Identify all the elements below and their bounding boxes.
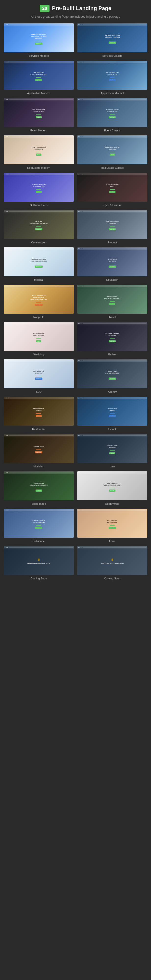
grid-item-nonprofit[interactable]: HELP CHILDREN TOHAVE POSITIVEIMPACT ON T…	[4, 285, 74, 318]
thumb-restaurant: REALLY FRESH& TASTY Reserve	[4, 397, 74, 426]
thumb-inner-ebook: WEB DESIGNTRENDS Download	[77, 397, 147, 426]
grid-item-app-minimal[interactable]: WE PRESENT THEAPPLICATION Get Now Applic…	[77, 60, 147, 95]
grid-item-realestate-classic[interactable]: FIND YOUR DREAMHOME NOW Search RealEstat…	[77, 135, 147, 169]
thumb-inner-gym: BUILD A STRONGBODY Join Now	[77, 173, 147, 202]
thumb-soon-image: OUR WEBSITEWILL LAUNCHING SOON Notify Me	[4, 471, 74, 500]
item-label-event-modern: Event Modern	[30, 129, 47, 132]
badge-row: 28 Pre-Built Landing Page	[40, 5, 111, 12]
thumb-services-modern: CREATIVE SERVICESDEDICATED TO YOURSUCCES…	[4, 23, 74, 52]
grid-item-wedding[interactable]: MARK SMITH &VERA DUNCAN RSVP Wedding	[4, 322, 74, 356]
thumb-inner-education: STUDY WITHEXPERTS Enroll Now	[77, 247, 147, 276]
thumb-inner-soon-white: OUR WEBSITEWILL LAUNCHING SOON Notify Me	[77, 471, 147, 500]
thumb-software-saas: CROWN IS AWESOMESOFTWARE APP Try Free	[4, 173, 74, 202]
thumb-inner-app-modern: THE APP DOESEVERYTHING FOR YOU App Store	[4, 60, 74, 90]
item-label-gym: Gym & Fitness	[104, 204, 121, 207]
item-label-services-modern: Services Modern	[29, 54, 49, 57]
item-label-travel: Travel	[109, 316, 116, 318]
grid-item-realestate-modern[interactable]: FIND YOUR DREAMHOME NOW Search RealEstat…	[4, 135, 74, 169]
thumb-medical: MEDICAL SERVICESTHAT YOU CAN TRUST Appoi…	[4, 247, 74, 276]
item-label-ebook: E-book	[108, 428, 117, 431]
grid-item-coming-soon-2[interactable]: ♛ NEW TEMPLATE COMING SOON Coming Soon	[77, 546, 147, 580]
thumb-education: STUDY WITHEXPERTS Enroll Now	[77, 247, 147, 276]
thumb-seo: SEO & DIGITALSTRATEGY Get Started	[4, 360, 74, 388]
thumb-event-classic: THE BEST EVENTIN ONE PLACE Get Ticket	[77, 98, 147, 127]
grid-item-education[interactable]: STUDY WITHEXPERTS Enroll Now Education	[77, 247, 147, 281]
items-grid: CREATIVE SERVICESDEDICATED TO YOURSUCCES…	[4, 23, 147, 580]
thumb-law: EXPERT LEGALADVISER Consult	[77, 434, 147, 463]
grid-item-travel[interactable]: WITH CROWNTHE WORLD IS YOURS Explore Tra…	[77, 285, 147, 318]
item-label-seo: SEO	[36, 390, 41, 393]
item-label-soon-image: Soon Image	[31, 502, 46, 505]
grid-item-seo[interactable]: SEO & DIGITALSTRATEGY Get Started SEO	[4, 360, 74, 393]
thumb-inner-law: EXPERT LEGALADVISER Consult	[77, 434, 147, 463]
item-label-education: Education	[106, 278, 118, 281]
thumb-inner-realestate-classic: FIND YOUR DREAMHOME NOW Search	[77, 135, 147, 164]
thumb-barber: WE MAKE AMAZINGHAIRCUTS Book Now	[77, 322, 147, 351]
badge-number: 28	[40, 5, 50, 12]
thumb-inner-services-modern: CREATIVE SERVICESDEDICATED TO YOURSUCCES…	[4, 23, 74, 52]
thumb-app-modern: THE APP DOESEVERYTHING FOR YOU App Store	[4, 60, 74, 90]
thumb-inner-travel: WITH CROWNTHE WORLD IS YOURS Explore	[77, 285, 147, 313]
thumb-inner-restaurant: REALLY FRESH& TASTY Reserve	[4, 397, 74, 426]
grid-item-event-classic[interactable]: THE BEST EVENTIN ONE PLACE Get Ticket Ev…	[77, 98, 147, 132]
grid-item-services-modern[interactable]: CREATIVE SERVICESDEDICATED TO YOURSUCCES…	[4, 23, 74, 57]
grid-item-construction[interactable]: WE BUILDEVERYTHING YOU WANT Contact Us C…	[4, 210, 74, 244]
thumb-inner-coming-soon-1: ♛ NEW TEMPLATE COMING SOON	[4, 546, 74, 575]
thumb-inner-app-minimal: WE PRESENT THEAPPLICATION Get Now	[77, 60, 147, 90]
thumb-event-modern: THE BEST EVENTIN ONE PLACE Register	[4, 98, 74, 127]
thumb-nonprofit: HELP CHILDREN TOHAVE POSITIVEIMPACT ON T…	[4, 285, 74, 313]
item-label-restaurant: Restaurant	[32, 428, 46, 431]
item-label-product: Product	[108, 241, 117, 244]
grid-item-barber[interactable]: WE MAKE AMAZINGHAIRCUTS Book Now Barber	[77, 322, 147, 356]
grid-item-restaurant[interactable]: REALLY FRESH& TASTY Reserve Restaurant	[4, 397, 74, 431]
item-label-realestate-classic: RealEstate Classic	[101, 166, 124, 169]
grid-item-agency[interactable]: GROW YOURDIGITAL BUSINESS Get Started Ag…	[77, 360, 147, 393]
thumb-inner-form: GET A WATERBOTTLE FREE Order Now	[77, 509, 147, 538]
thumb-inner-realestate-modern: FIND YOUR DREAMHOME NOW Search	[4, 135, 74, 164]
item-label-musician: Musician	[33, 465, 44, 468]
item-label-services-classic: Services Classic	[102, 54, 122, 57]
thumb-inner-event-modern: THE BEST EVENTIN ONE PLACE Register	[4, 98, 74, 127]
thumb-soon-white: OUR WEBSITEWILL LAUNCHING SOON Notify Me	[77, 471, 147, 500]
thumb-travel: WITH CROWNTHE WORLD IS YOURS Explore	[77, 285, 147, 313]
thumb-inner-construction: WE BUILDEVERYTHING YOU WANT Contact Us	[4, 210, 74, 239]
grid-item-gym[interactable]: BUILD A STRONGBODY Join Now Gym & Fitnes…	[77, 173, 147, 207]
thumb-inner-event-classic: THE BEST EVENTIN ONE PLACE Get Ticket	[77, 98, 147, 127]
thumb-construction: WE BUILDEVERYTHING YOU WANT Contact Us	[4, 210, 74, 239]
thumb-realestate-classic: FIND YOUR DREAMHOME NOW Search	[77, 135, 147, 164]
thumb-inner-musician: CROWN BAND Listen Now	[4, 434, 74, 463]
item-label-agency: Agency	[108, 390, 117, 393]
grid-item-software-saas[interactable]: CROWN IS AWESOMESOFTWARE APP Try Free So…	[4, 173, 74, 207]
thumb-app-minimal: WE PRESENT THEAPPLICATION Get Now	[77, 60, 147, 90]
item-label-coming-soon-1: Coming Soon	[31, 577, 47, 580]
thumb-inner-nonprofit: HELP CHILDREN TOHAVE POSITIVEIMPACT ON T…	[4, 285, 74, 313]
thumb-inner-services-classic: THE BEST WAY TO BEAHEAD OF THE REST Lear…	[77, 23, 147, 52]
header: 28 Pre-Built Landing Page All these grea…	[4, 5, 147, 18]
item-label-nonprofit: Nonprofit	[33, 316, 44, 318]
grid-item-subscribe[interactable]: STAY UP TO DATESUBSCRIBE NOW Subscribe S…	[4, 509, 74, 542]
thumb-product: EXPLORE, WATCHAND PLAY Shop Now	[77, 210, 147, 239]
page-wrapper: 28 Pre-Built Landing Page All these grea…	[0, 0, 151, 585]
thumb-coming-soon-2: ♛ NEW TEMPLATE COMING SOON	[77, 546, 147, 575]
item-label-app-modern: Application Modern	[27, 92, 50, 95]
grid-item-services-classic[interactable]: THE BEST WAY TO BEAHEAD OF THE REST Lear…	[77, 23, 147, 57]
grid-item-musician[interactable]: CROWN BAND Listen Now Musician	[4, 434, 74, 468]
thumb-inner-seo: SEO & DIGITALSTRATEGY Get Started	[4, 360, 74, 388]
grid-item-product[interactable]: EXPLORE, WATCHAND PLAY Shop Now Product	[77, 210, 147, 244]
thumb-inner-subscribe: STAY UP TO DATESUBSCRIBE NOW Subscribe	[4, 509, 74, 538]
grid-item-soon-image[interactable]: OUR WEBSITEWILL LAUNCHING SOON Notify Me…	[4, 471, 74, 505]
item-label-form: Form	[109, 539, 115, 542]
thumb-gym: BUILD A STRONGBODY Join Now	[77, 173, 147, 202]
item-label-event-classic: Event Classic	[104, 129, 121, 132]
grid-item-soon-white[interactable]: OUR WEBSITEWILL LAUNCHING SOON Notify Me…	[77, 471, 147, 505]
grid-item-event-modern[interactable]: THE BEST EVENTIN ONE PLACE Register Even…	[4, 98, 74, 132]
grid-item-ebook[interactable]: WEB DESIGNTRENDS Download E-book	[77, 397, 147, 431]
grid-item-law[interactable]: EXPERT LEGALADVISER Consult Law	[77, 434, 147, 468]
grid-item-form[interactable]: GET A WATERBOTTLE FREE Order Now Form	[77, 509, 147, 542]
grid-item-coming-soon-1[interactable]: ♛ NEW TEMPLATE COMING SOON Coming Soon	[4, 546, 74, 580]
grid-item-medical[interactable]: MEDICAL SERVICESTHAT YOU CAN TRUST Appoi…	[4, 247, 74, 281]
thumb-ebook: WEB DESIGNTRENDS Download	[77, 397, 147, 426]
grid-item-app-modern[interactable]: THE APP DOESEVERYTHING FOR YOU App Store…	[4, 60, 74, 95]
thumb-subscribe: STAY UP TO DATESUBSCRIBE NOW Subscribe	[4, 509, 74, 538]
thumb-coming-soon-1: ♛ NEW TEMPLATE COMING SOON	[4, 546, 74, 575]
